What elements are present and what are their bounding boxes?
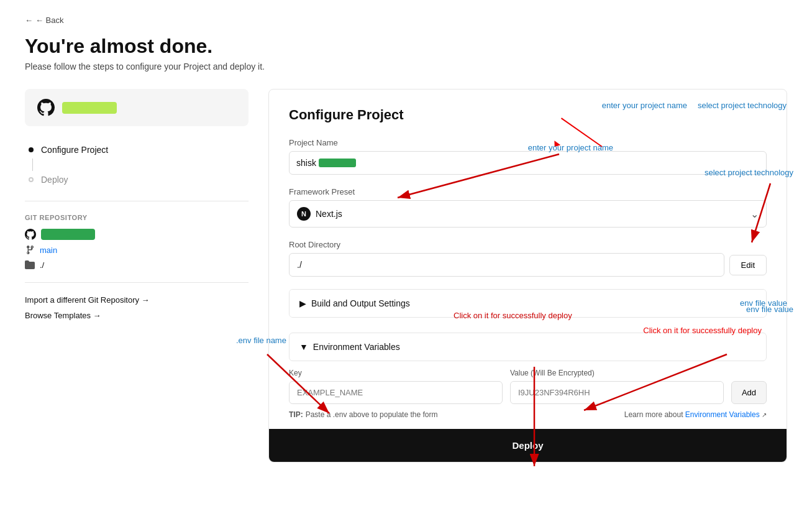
git-repo-section: GIT REPOSITORY ■ main (25, 214, 249, 270)
external-link-icon: ↗ (762, 412, 767, 418)
chevron-down-icon: ⌄ (750, 208, 759, 220)
env-value-col-label: Value (Will Be Encrypted) (510, 369, 724, 377)
add-env-button[interactable]: Add (731, 381, 767, 404)
step-dot-configure (29, 147, 34, 152)
framework-preset-group: Framework Preset N Next.js ⌄ (289, 187, 767, 228)
git-dir: ./ (40, 260, 44, 270)
root-dir-label: Root Directory (289, 240, 767, 249)
env-vars-accordion: ▼ Environment Variables Key Value (Will … (289, 328, 767, 419)
panel-title: Configure Project (289, 107, 767, 123)
env-vars-header[interactable]: ▼ Environment Variables (289, 333, 767, 361)
deploy-bar[interactable]: Deploy (269, 429, 787, 462)
tip-text: Paste a .env above to populate the form (306, 410, 438, 419)
env-input-row: Key Value (Will Be Encrypted) Add (289, 369, 767, 404)
step-dot-deploy (29, 177, 34, 182)
root-dir-row: Edit (289, 253, 767, 277)
build-settings-accordion: ▶ Build and Output Settings (289, 289, 767, 318)
root-dir-group: Root Directory Edit (289, 240, 767, 277)
git-dir-row: ./ (25, 260, 249, 270)
github-icon (37, 99, 55, 116)
env-vars-label: Environment Variables (313, 342, 400, 352)
build-settings-header[interactable]: ▶ Build and Output Settings (290, 290, 766, 317)
project-name-label: Project Name (289, 138, 767, 147)
page-subtitle: Please follow the steps to configure you… (25, 62, 787, 71)
env-key-input[interactable] (289, 381, 503, 404)
env-value-col: Value (Will Be Encrypted) (510, 369, 724, 404)
project-name-input[interactable] (289, 151, 767, 175)
import-repo-label: Import a different Git Repository → (25, 295, 150, 305)
back-link[interactable]: ← ← Back (25, 16, 64, 25)
folder-icon (25, 260, 35, 270)
git-branch-row: main (25, 245, 249, 255)
step-label-configure: Configure Project (41, 145, 108, 155)
framework-name: Next.js (316, 209, 342, 219)
accordion-chevron-env: ▼ (299, 342, 308, 352)
tip-learn-more: Learn more about (624, 410, 685, 419)
config-panel: Configure Project enter your project nam… (268, 89, 787, 462)
git-repo-label: GIT REPOSITORY (25, 214, 249, 221)
step-indicator-configure (27, 147, 35, 152)
framework-value-display: N Next.js (297, 207, 342, 221)
git-branch: main (40, 246, 57, 255)
git-repo-name-text: ■ (41, 229, 95, 240)
step-indicator-deploy (27, 177, 35, 182)
tip-right: Learn more about Environment Variables ↗ (624, 410, 767, 419)
step-label-deploy: Deploy (41, 175, 68, 185)
add-btn-wrapper: Add (731, 381, 767, 404)
back-arrow-icon: ← (25, 16, 33, 25)
import-repo-link[interactable]: Import a different Git Repository → (25, 295, 249, 305)
framework-select[interactable]: N Next.js ⌄ (289, 200, 767, 228)
branch-icon (25, 245, 35, 255)
github-icon-sidebar (25, 229, 36, 240)
browse-templates-label: Browse Templates → (25, 311, 101, 320)
back-label: ← Back (35, 16, 64, 25)
nextjs-icon: N (297, 207, 311, 221)
env-vars-body: Key Value (Will Be Encrypted) Add (289, 369, 767, 419)
framework-label: Framework Preset (289, 187, 767, 196)
page-title: You're almost done. (25, 35, 787, 58)
repo-card-name: ■■■ (62, 102, 117, 114)
step-deploy: Deploy (27, 171, 249, 188)
env-key-col: Key (289, 369, 503, 404)
steps-list: Configure Project Deploy (25, 141, 249, 188)
env-vars-link-label: Environment Variables (685, 410, 760, 419)
build-settings-label: Build and Output Settings (311, 298, 410, 308)
env-vars-learn-more-link[interactable]: Environment Variables (685, 410, 762, 419)
repo-card: ■■■ (25, 89, 249, 126)
project-name-group: Project Name shisk . (289, 138, 767, 175)
step-configure: Configure Project (27, 141, 249, 159)
tip-keyword: TIP: (289, 410, 303, 419)
root-dir-input[interactable] (289, 253, 724, 277)
accordion-chevron-build: ▶ (299, 298, 306, 308)
env-section-label-row (289, 328, 767, 333)
sidebar: ■■■ Configure Project Deploy (25, 89, 249, 326)
git-repo-row: ■ (25, 229, 249, 240)
browse-templates-link[interactable]: Browse Templates → (25, 311, 249, 320)
env-value-input[interactable] (510, 381, 724, 404)
tip-row: TIP: Paste a .env above to populate the … (289, 410, 767, 419)
tip-left: TIP: Paste a .env above to populate the … (289, 410, 437, 419)
edit-root-dir-button[interactable]: Edit (729, 255, 767, 275)
env-key-col-label: Key (289, 369, 503, 377)
deploy-label: Deploy (512, 440, 543, 451)
